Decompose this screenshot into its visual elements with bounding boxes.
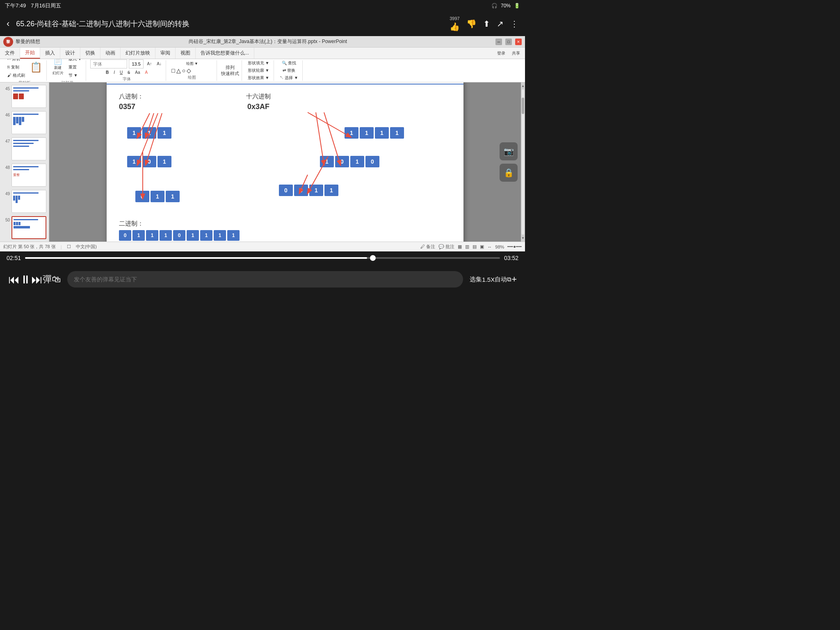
next-button[interactable]: ⏭ [31,273,43,286]
copy-button[interactable]: ⎘ 复制 [6,64,27,71]
slide-item-48[interactable]: 48 重整 [2,163,47,187]
comments-button[interactable]: 💬 批注 [438,244,454,250]
hex-box-3-2: 0 [294,185,308,196]
shape-3[interactable]: ○ [182,67,185,74]
tab-home[interactable]: 开始 [20,48,40,59]
hex-box-1-4: 1 [390,127,404,139]
maximize-button[interactable]: □ [505,39,512,45]
zoom-level: 98% [495,244,504,249]
font-spacing-button[interactable]: Aa [133,69,142,75]
shape-4[interactable]: ◇ [187,67,191,74]
prev-button[interactable]: ⏮ [8,273,20,286]
collection-button[interactable]: 选集 [470,276,482,283]
thumbdown-icon[interactable]: 👎 [466,19,477,29]
forward-icon[interactable]: ↗ [497,19,504,29]
tab-slideshow[interactable]: 幻灯片放映 [121,48,155,59]
pip-button[interactable]: ⧉ [507,276,511,283]
gift-button[interactable]: 🛍 [52,274,61,285]
tab-view[interactable]: 视图 [176,48,196,59]
hex-box-1-1: 1 [345,127,358,139]
tab-animations[interactable]: 动画 [100,48,121,59]
font-size-input[interactable] [129,59,144,68]
slide-item-45[interactable]: 45 [2,84,47,109]
slide-item-46[interactable]: 46 [2,110,47,135]
fit-button[interactable]: ↔ [487,244,492,249]
scroll-up[interactable]: ▲ [521,84,525,88]
bold-button[interactable]: B [104,69,110,75]
slide-item-47[interactable]: 47 [2,137,47,161]
select-button[interactable]: ↖ 选择 ▼ [278,74,300,82]
auto-button[interactable]: 自动 [495,276,507,283]
paste-button[interactable]: 📋 [28,61,44,74]
slides-group: 📄 新建 幻灯片 版式 ▼ 重置 节 ▼ 幻灯片 [48,60,87,81]
slide-body: 八进制： 0357 1 1 1 [107,84,463,242]
shape-fill-button[interactable]: 形状填充 ▼ [246,59,271,67]
tab-design[interactable]: 设计 [60,48,80,59]
font-color-button[interactable]: A [144,69,150,75]
minimize-button[interactable]: ─ [495,39,502,45]
octal-box-3-2: 1 [151,191,164,202]
section-button[interactable]: 节 ▼ [67,72,84,79]
shape-effect-button[interactable]: 形状效果 ▼ [246,74,271,82]
tab-transitions[interactable]: 切换 [80,48,100,59]
ribbon-share[interactable]: 共享 [510,50,522,57]
shape-format-group: 形状填充 ▼ 形状轮廓 ▼ 形状效果 ▼ [244,60,274,81]
progress-fill [25,257,367,259]
notes-button[interactable]: 🖊 备注 [420,244,435,250]
reset-button[interactable]: 重置 [67,64,84,71]
lock-button[interactable]: 🔒 [500,164,518,182]
shape-outline-button[interactable]: 形状轮廓 ▼ [246,67,271,74]
italic-button[interactable]: I [112,69,116,75]
font-decrease[interactable]: A↓ [155,61,163,67]
progress-thumb[interactable] [370,255,376,261]
replace-button[interactable]: ⇄ 替换 [281,67,297,74]
view-slide-sorter[interactable]: ▥ [465,244,469,249]
layout-button[interactable]: 版式 ▼ [67,59,84,63]
close-button[interactable]: ✕ [515,39,522,45]
cut-button[interactable]: ✂ 剪切 [6,59,27,63]
octal-box-2-1: 1 [127,156,141,167]
new-slide-button[interactable]: 📄 新建 幻灯片 [51,59,65,79]
ppt-brand: 黎曼的猜想 [16,38,40,45]
share-icon[interactable]: ⬆ [483,19,490,29]
slide-scrollbar[interactable]: ▲ ▼ [521,82,525,242]
add-button[interactable]: + [511,274,517,285]
underline-button[interactable]: U [118,69,124,75]
find-button[interactable]: 🔍 查找 [280,59,298,67]
slide-item-49[interactable]: 49 [2,189,47,214]
zoom-slider[interactable]: ━━●━━ [507,244,522,249]
comment-input[interactable] [67,271,463,288]
language-indicator: ☐ [67,244,71,249]
shape-2[interactable]: △ [176,67,181,74]
hex-box-3-3: 1 [309,185,323,196]
font-family-input[interactable] [90,59,127,68]
octal-box-1-1: 1 [127,127,141,139]
view-normal[interactable]: ▦ [458,244,462,249]
scroll-down[interactable]: ▼ [521,236,525,240]
font-increase[interactable]: A↑ [145,61,153,67]
ribbon-login[interactable]: 登录 [495,50,507,57]
view-reading[interactable]: ▤ [472,244,477,249]
octal-label: 八进制： [119,93,144,100]
scroll-track[interactable] [522,89,524,235]
editing-group: 🔍 查找 ⇄ 替换 ↖ 选择 ▼ [276,60,303,81]
tab-review[interactable]: 审阅 [155,48,176,59]
camera-button[interactable]: 📷 [500,142,518,160]
strikethrough-button[interactable]: S̶ [126,69,132,75]
thumbup-icon[interactable]: 👍 [450,22,460,32]
pause-button[interactable]: ⏸ [20,273,31,286]
speed-button[interactable]: 1.5X [482,276,495,283]
view-presentation[interactable]: ▣ [480,244,484,249]
hex-box-3-4: 1 [324,185,338,196]
status-battery: 70% [501,3,511,9]
back-button[interactable]: ‹ [7,18,9,29]
progress-track[interactable] [25,257,500,259]
tab-search[interactable]: 告诉我您想要做什么... [196,48,254,59]
more-icon[interactable]: ⋮ [510,19,518,29]
slide-item-50[interactable]: 50 [2,215,47,240]
tab-insert[interactable]: 插入 [40,48,60,59]
shape-1[interactable]: □ [171,67,175,74]
tab-file[interactable]: 文件 [0,48,20,59]
danmaku-button[interactable]: 彈 [43,273,52,285]
format-button[interactable]: 🖌 格式刷 [6,72,27,79]
